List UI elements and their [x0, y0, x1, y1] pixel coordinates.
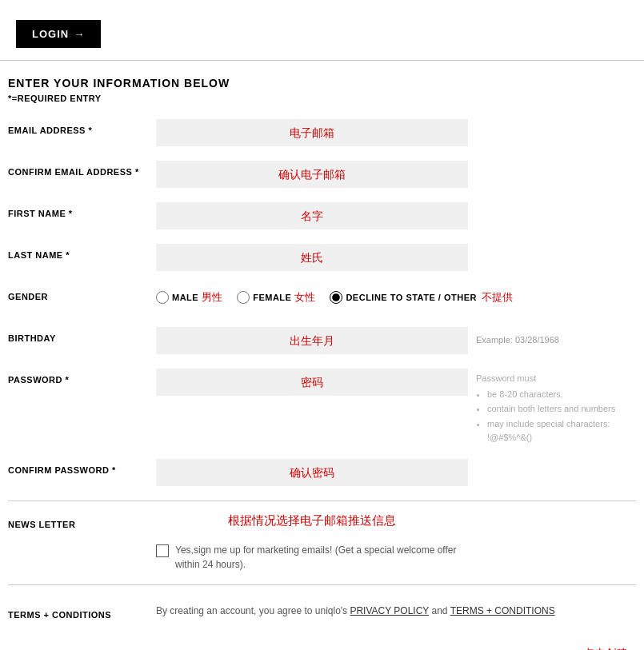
gender-male-radio[interactable]: [156, 291, 169, 304]
first-name-field-area: [156, 202, 636, 229]
terms-row: TERMS + CONDITIONS By creating an accoun…: [8, 597, 636, 626]
login-label: LOGIN: [32, 28, 69, 40]
birthday-row: BIRTHDAY Example: 03/28/1968: [8, 327, 636, 356]
gender-row: GENDER MALE男性 FEMALE女性 DECLINE TO STATE …: [8, 285, 636, 314]
login-button[interactable]: LOGIN →: [16, 20, 101, 48]
password-hint-item-2: contain both letters and numbers: [487, 402, 636, 417]
password-field-area: Password must be 8-20 characters. contai…: [156, 369, 636, 446]
email-field-area: [156, 119, 636, 146]
terms-label: TERMS + CONDITIONS: [8, 604, 156, 620]
first-name-input[interactable]: [156, 202, 468, 229]
gender-male-en: MALE: [172, 293, 198, 302]
newsletter-checkbox-row: Yes,sign me up for marketing emails! (Ge…: [156, 543, 463, 572]
gender-male-option[interactable]: MALE男性: [156, 290, 222, 305]
password-input[interactable]: [156, 369, 468, 396]
confirm-email-row: CONFIRM EMAIL ADDRESS *: [8, 161, 636, 189]
last-name-row: LAST NAME *: [8, 244, 636, 273]
last-name-label: LAST NAME *: [8, 244, 156, 260]
confirm-password-label: CONFIRM PASSWORD *: [8, 459, 156, 475]
top-divider: [0, 60, 644, 61]
required-note: *=REQUIRED ENTRY: [8, 94, 636, 103]
section-title: ENTER YOUR INFORMATION BELOW: [8, 77, 636, 90]
gender-male-cn: 男性: [202, 290, 222, 305]
birthday-example: Example: 03/28/1968: [476, 327, 559, 345]
terms-text-and: and: [429, 605, 450, 616]
confirm-password-row: CONFIRM PASSWORD *: [8, 459, 636, 488]
password-hint-item-3: may include special characters: !@#$%^&(…: [487, 417, 636, 445]
password-row: PASSWORD * Password must be 8-20 charact…: [8, 369, 636, 446]
first-name-row: FIRST NAME *: [8, 202, 636, 231]
terms-text: By creating an account, you agree to uni…: [156, 604, 555, 619]
gender-decline-radio[interactable]: [330, 291, 342, 304]
last-name-input[interactable]: [156, 244, 468, 271]
terms-conditions-link[interactable]: TERMS + CONDITIONS: [450, 605, 555, 616]
confirm-email-label: CONFIRM EMAIL ADDRESS *: [8, 161, 156, 177]
login-arrow-icon: →: [74, 28, 85, 40]
terms-text-before: By creating an account, you agree to uni…: [156, 605, 350, 616]
newsletter-divider: [8, 500, 636, 501]
gender-label: GENDER: [8, 285, 156, 301]
email-row: EMAIL ADDRESS *: [8, 119, 636, 148]
password-label: PASSWORD *: [8, 369, 156, 385]
email-label: EMAIL ADDRESS *: [8, 119, 156, 135]
birthday-field-area: Example: 03/28/1968: [156, 327, 636, 354]
newsletter-row: NEWS LETTER 根据情况选择电子邮箱推送信息 Yes,sign me u…: [8, 513, 636, 572]
privacy-policy-link[interactable]: PRIVACY POLICY: [350, 605, 429, 616]
birthday-label: BIRTHDAY: [8, 327, 156, 343]
gender-decline-en: DECLINE TO STATE / OTHER: [346, 293, 477, 302]
password-hint-item-1: be 8-20 characters.: [487, 388, 636, 402]
terms-field-area: By creating an account, you agree to uni…: [156, 604, 636, 619]
newsletter-checkbox[interactable]: [156, 544, 169, 557]
newsletter-label: NEWS LETTER: [8, 513, 156, 529]
gender-female-cn: 女性: [294, 290, 315, 305]
save-area: 点击创建 ↓ SAVE: [8, 639, 636, 650]
first-name-label: FIRST NAME *: [8, 202, 156, 218]
confirm-email-field-area: [156, 161, 636, 188]
last-name-field-area: [156, 244, 636, 271]
gender-female-radio[interactable]: [237, 291, 250, 304]
save-hint: 点击创建: [583, 647, 628, 650]
password-hint-list: be 8-20 characters. contain both letters…: [476, 388, 636, 445]
confirm-password-input[interactable]: [156, 459, 468, 486]
newsletter-field-area: 根据情况选择电子邮箱推送信息 Yes,sign me up for market…: [156, 513, 636, 572]
gender-decline-cn: 不提供: [482, 290, 513, 305]
gender-female-en: FEMALE: [253, 293, 291, 302]
newsletter-checkbox-text: Yes,sign me up for marketing emails! (Ge…: [175, 543, 463, 572]
gender-options: MALE男性 FEMALE女性 DECLINE TO STATE / OTHER…: [156, 285, 513, 305]
newsletter-cn-text: 根据情况选择电子邮箱推送信息: [156, 513, 468, 528]
confirm-password-field-area: [156, 459, 636, 486]
terms-divider: [8, 584, 636, 585]
gender-decline-option[interactable]: DECLINE TO STATE / OTHER 不提供: [330, 290, 513, 305]
password-hint: Password must be 8-20 characters. contai…: [476, 369, 636, 446]
birthday-input[interactable]: [156, 327, 468, 354]
gender-female-option[interactable]: FEMALE女性: [237, 290, 315, 305]
password-hint-title: Password must: [476, 372, 636, 386]
confirm-email-input[interactable]: [156, 161, 468, 188]
gender-field-area: MALE男性 FEMALE女性 DECLINE TO STATE / OTHER…: [156, 285, 636, 305]
email-input[interactable]: [156, 119, 468, 146]
